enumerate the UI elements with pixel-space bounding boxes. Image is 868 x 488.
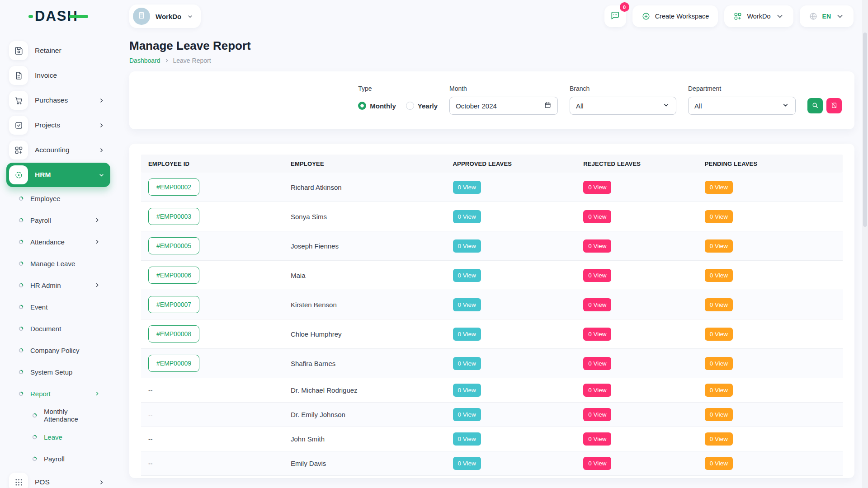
messages-button[interactable]: 0: [604, 5, 626, 27]
approved-leaves-badge[interactable]: 0 View: [453, 432, 481, 446]
department-filter-group: Department All: [688, 85, 796, 116]
create-workspace-button[interactable]: Create Workspace: [632, 5, 718, 27]
column-header-approved-leaves: APPROVED LEAVES: [452, 160, 583, 167]
radio-monthly-circle[interactable]: [358, 102, 366, 110]
pending-leaves-badge[interactable]: 0 View: [705, 457, 733, 470]
approved-leaves-badge[interactable]: 0 View: [453, 408, 481, 421]
approved-leaves-badge[interactable]: 0 View: [453, 210, 481, 223]
sidebar-item-attendance[interactable]: Attendance: [0, 231, 117, 253]
sidebar-item-employee[interactable]: Employee: [0, 188, 117, 209]
sidebar-item-event[interactable]: Event: [0, 296, 117, 318]
pending-leaves-badge[interactable]: 0 View: [705, 239, 733, 253]
pending-leaves-badge[interactable]: 0 View: [705, 181, 733, 194]
workspace-avatar: [133, 8, 150, 25]
sidebar-item-payroll[interactable]: Payroll: [0, 448, 117, 469]
pending-leaves-badge[interactable]: 0 View: [705, 408, 733, 421]
rejected-leaves-badge[interactable]: 0 View: [583, 408, 611, 421]
approved-leaves-badge[interactable]: 0 View: [453, 328, 481, 341]
pending-leaves-badge[interactable]: 0 View: [705, 328, 733, 341]
grid-plus-icon: [14, 145, 24, 155]
breadcrumb-dashboard-link[interactable]: Dashboard: [129, 57, 160, 64]
plus-circle-icon: [642, 12, 651, 21]
approved-leaves-badge[interactable]: 0 View: [453, 269, 481, 282]
sidebar-item-report[interactable]: Report: [0, 383, 117, 404]
scrollbar-thumb[interactable]: [863, 33, 867, 227]
search-button[interactable]: [807, 98, 823, 113]
rejected-leaves-badge[interactable]: 0 View: [583, 432, 611, 446]
rejected-leaves-badge[interactable]: 0 View: [583, 269, 611, 282]
sidebar-item-manage-leave[interactable]: Manage Leave: [0, 253, 117, 274]
rejected-leaves-badge[interactable]: 0 View: [583, 298, 611, 311]
radio-monthly[interactable]: Monthly: [358, 102, 396, 110]
workspace-switcher[interactable]: WorkDo: [129, 5, 201, 28]
sidebar-item-hrm[interactable]: HRM: [6, 163, 110, 187]
employee-id-button[interactable]: #EMP00007: [148, 296, 199, 313]
approved-leaves-badge[interactable]: 0 View: [453, 239, 481, 253]
sidebar-item-document[interactable]: Document: [0, 318, 117, 339]
rejected-leaves-badge[interactable]: 0 View: [583, 357, 611, 370]
employee-name: Shafira Barnes: [290, 360, 452, 367]
radio-yearly-label: Yearly: [418, 102, 438, 110]
pending-leaves-badge[interactable]: 0 View: [705, 210, 733, 223]
breadcrumb: Dashboard Leave Report: [129, 57, 854, 64]
employee-id-button[interactable]: #EMP00008: [148, 325, 199, 343]
radio-yearly[interactable]: Yearly: [406, 102, 438, 110]
employee-id-button[interactable]: #EMP00003: [148, 208, 199, 225]
approved-leaves-badge[interactable]: 0 View: [453, 298, 481, 311]
branch-select[interactable]: All: [570, 97, 676, 115]
brand-logo[interactable]: DASH: [28, 8, 88, 24]
workspace-menu-button[interactable]: WorkDo: [724, 5, 793, 27]
nav-icon-box: [9, 141, 28, 160]
department-select[interactable]: All: [688, 97, 796, 115]
sidebar-item-invoice[interactable]: Invoice: [6, 63, 110, 88]
employee-id-cell: #EMP00006: [141, 267, 290, 284]
rejected-leaves-badge[interactable]: 0 View: [583, 210, 611, 223]
pending-leaves-badge[interactable]: 0 View: [705, 432, 733, 446]
employee-id-button[interactable]: #EMP00005: [148, 237, 199, 254]
employee-id-button[interactable]: #EMP00002: [148, 178, 199, 196]
sidebar-item-system-setup[interactable]: System Setup: [0, 361, 117, 383]
approved-leaves-badge[interactable]: 0 View: [453, 181, 481, 194]
pending-leaves-badge[interactable]: 0 View: [705, 384, 733, 397]
check-square-icon: [14, 121, 24, 130]
chevron-down-icon: [187, 13, 193, 20]
rejected-leaves-badge[interactable]: 0 View: [583, 181, 611, 194]
table-row: #EMP00002 Richard Atkinson 0 View 0 View…: [141, 173, 843, 202]
rejected-leaves-badge[interactable]: 0 View: [583, 457, 611, 470]
employee-id-button[interactable]: #EMP00009: [148, 355, 199, 372]
bullet-icon: [32, 413, 37, 418]
department-label: Department: [688, 85, 796, 92]
sidebar-item-hr-admin[interactable]: HR Admin: [0, 274, 117, 296]
employee-name: Richard Atkinson: [290, 183, 452, 191]
pending-leaves-badge[interactable]: 0 View: [705, 357, 733, 370]
chevron-icon: [98, 97, 105, 104]
employee-id-empty: --: [148, 411, 152, 418]
rejected-leaves-badge[interactable]: 0 View: [583, 239, 611, 253]
bullet-icon: [19, 305, 24, 310]
grid-dots-icon: [14, 478, 24, 487]
sidebar-item-accounting[interactable]: Accounting: [6, 138, 110, 162]
rejected-leaves-badge[interactable]: 0 View: [583, 328, 611, 341]
sidebar-item-monthly-attendance[interactable]: Monthly Attendance: [0, 404, 117, 426]
sidebar-item-leave[interactable]: Leave: [0, 426, 117, 448]
radio-yearly-circle[interactable]: [406, 102, 414, 110]
reset-icon: [830, 102, 838, 110]
month-input[interactable]: October 2024: [449, 97, 558, 115]
reset-button[interactable]: [826, 98, 842, 113]
approved-leaves-badge[interactable]: 0 View: [453, 357, 481, 370]
employee-id-button[interactable]: #EMP00006: [148, 267, 199, 284]
chevron-right-icon: [94, 239, 100, 245]
language-selector[interactable]: EN: [800, 5, 854, 27]
sidebar-item-pos[interactable]: POS: [6, 470, 110, 488]
rejected-leaves-badge[interactable]: 0 View: [583, 384, 611, 397]
sidebar-item-projects[interactable]: Projects: [6, 113, 110, 137]
sidebar-item-company-policy[interactable]: Company Policy: [0, 339, 117, 361]
sidebar-item-retainer[interactable]: Retainer: [6, 38, 110, 63]
approved-leaves-badge[interactable]: 0 View: [453, 457, 481, 470]
approved-leaves-badge[interactable]: 0 View: [453, 384, 481, 397]
pending-leaves-badge[interactable]: 0 View: [705, 298, 733, 311]
calendar-icon: [544, 101, 552, 110]
sidebar-item-purchases[interactable]: Purchases: [6, 88, 110, 113]
pending-leaves-badge[interactable]: 0 View: [705, 269, 733, 282]
sidebar-item-payroll[interactable]: Payroll: [0, 209, 117, 231]
